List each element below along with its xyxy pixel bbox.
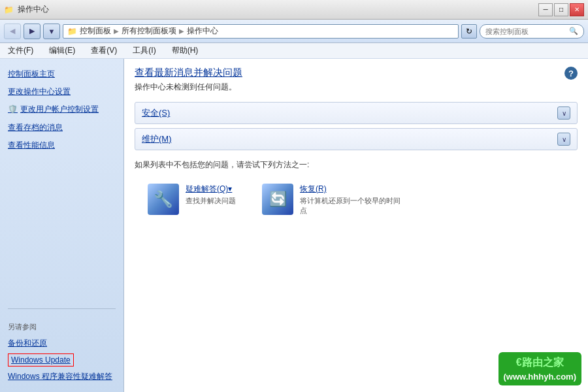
folder-icon: 📁 [4, 5, 14, 14]
search-icon: 🔍 [569, 27, 578, 35]
restore-info: 恢复(R) 将计算机还原到一个较早的时间点 [300, 184, 404, 216]
troubleshoot-info: 疑难解答(Q)▾ 查找并解决问题 [186, 184, 236, 206]
menu-view[interactable]: 查看(V) [88, 44, 120, 57]
search-box: 🔍 [480, 24, 584, 39]
sidebar: 控制面板主页 更改操作中心设置 🛡️ 更改用户帐户控制设置 查看存档的消息 查看… [0, 59, 124, 392]
content-area: 查看最新消息并解决问题 操作中心未检测到任何问题。 ? 安全(S) ∨ 维护(M… [124, 59, 588, 392]
dropdown-button[interactable]: ▼ [43, 24, 60, 39]
content-header-text: 查看最新消息并解决问题 操作中心未检测到任何问题。 [135, 67, 242, 102]
menu-file[interactable]: 文件(F) [5, 44, 36, 57]
back-button[interactable]: ◀ [4, 24, 21, 39]
content-subtitle: 操作中心未检测到任何问题。 [135, 82, 242, 93]
sidebar-item-perf[interactable]: 查看性能信息 [0, 137, 123, 154]
content-header: 查看最新消息并解决问题 操作中心未检测到任何问题。 ? [135, 67, 578, 102]
restore-name[interactable]: 恢复(R) [300, 184, 404, 195]
refresh-button[interactable]: ↻ [461, 24, 477, 39]
sidebar-item-change-settings[interactable]: 更改操作中心设置 [0, 83, 123, 101]
troubleshoot-tool[interactable]: 🔧 疑难解答(Q)▾ 查找并解决问题 [148, 184, 236, 216]
path-arrow2: ▶ [179, 27, 184, 35]
shield-icon: 🛡️ [8, 103, 18, 116]
sidebar-item-windows-update[interactable]: Windows Update [8, 353, 74, 367]
help-icon[interactable]: ? [564, 67, 578, 80]
path-arrow1: ▶ [114, 27, 119, 35]
maintenance-label: 维护(M) [142, 133, 172, 145]
address-bar: ◀ ▶ ▼ 📁 控制面板 ▶ 所有控制面板项 ▶ 操作中心 ↻ 🔍 [0, 20, 588, 43]
title-bar-controls: ─ □ ✕ [538, 3, 584, 16]
troubleshoot-desc: 查找并解决问题 [186, 196, 236, 206]
sidebar-item-backup[interactable]: 备份和还原 [0, 335, 123, 352]
sidebar-bottom: 另请参阅 备份和还原 Windows Update Windows 程序兼容性疑… [0, 303, 123, 385]
troubleshoot-icon: 🔧 [148, 184, 179, 215]
search-input[interactable] [485, 27, 566, 35]
path-part1: 控制面板 [80, 25, 111, 37]
suggestion-text: 如果列表中不包括您的问题，请尝试下列方法之一: [135, 159, 578, 171]
title-bar-left: 📁 操作中心 [4, 4, 49, 15]
menu-edit[interactable]: 编辑(E) [46, 44, 78, 57]
address-path: 📁 控制面板 ▶ 所有控制面板项 ▶ 操作中心 [63, 24, 459, 39]
path-part3: 操作中心 [187, 25, 218, 37]
forward-button[interactable]: ▶ [24, 24, 41, 39]
content-title: 查看最新消息并解决问题 [135, 67, 242, 79]
menu-bar: 文件(F) 编辑(E) 查看(V) 工具(I) 帮助(H) [0, 43, 588, 59]
menu-help[interactable]: 帮助(H) [169, 44, 201, 57]
security-section[interactable]: 安全(S) ∨ [135, 102, 578, 124]
maximize-button[interactable]: □ [554, 3, 568, 16]
tools-grid: 🔧 疑难解答(Q)▾ 查找并解决问题 🔄 恢复(R) 将计算机还原到一个较早的时… [135, 177, 578, 222]
security-label: 安全(S) [142, 107, 170, 119]
restore-desc: 将计算机还原到一个较早的时间点 [300, 196, 404, 216]
also-see-label: 另请参阅 [0, 314, 123, 335]
watermark: €路由之家 (www.hhhyh.com) [498, 352, 581, 386]
sidebar-item-home[interactable]: 控制面板主页 [0, 65, 123, 83]
restore-icon: 🔄 [262, 184, 293, 215]
main-layout: 控制面板主页 更改操作中心设置 🛡️ 更改用户帐户控制设置 查看存档的消息 查看… [0, 59, 588, 392]
sidebar-item-archived[interactable]: 查看存档的消息 [0, 119, 123, 137]
security-chevron-icon: ∨ [557, 106, 570, 120]
watermark-logo: €路由之家 [504, 355, 576, 370]
sidebar-divider [8, 308, 116, 309]
path-part2: 所有控制面板项 [122, 25, 176, 37]
troubleshoot-name[interactable]: 疑难解答(Q)▾ [186, 184, 236, 195]
watermark-url: (www.hhhyh.com) [504, 370, 576, 384]
title-bar: 📁 操作中心 ─ □ ✕ [0, 0, 588, 20]
maintenance-section[interactable]: 维护(M) ∨ [135, 128, 578, 150]
menu-tools[interactable]: 工具(I) [130, 44, 158, 57]
window-title: 操作中心 [18, 4, 49, 15]
folder-icon: 📁 [67, 27, 77, 36]
close-button[interactable]: ✕ [570, 3, 584, 16]
restore-tool[interactable]: 🔄 恢复(R) 将计算机还原到一个较早的时间点 [262, 184, 404, 216]
minimize-button[interactable]: ─ [538, 3, 553, 16]
sidebar-item-uac[interactable]: 🛡️ 更改用户帐户控制设置 [0, 101, 123, 118]
sidebar-item-compatibility[interactable]: Windows 程序兼容性疑难解答 [0, 368, 123, 385]
maintenance-chevron-icon: ∨ [557, 133, 570, 146]
